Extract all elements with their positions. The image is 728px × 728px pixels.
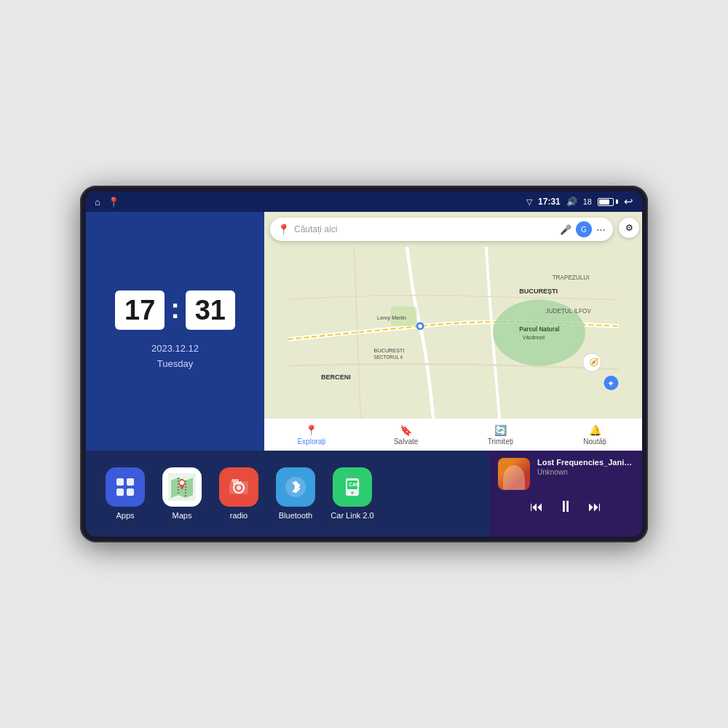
more-icon[interactable]: ⋯ (596, 224, 606, 235)
map-settings-btn[interactable]: ⚙ (619, 218, 639, 238)
battery-body (598, 198, 614, 206)
map-panel[interactable]: 📍 Căutați aici 🎤 G ⋯ (264, 212, 642, 451)
top-section: 17 : 31 2023.12.12 Tuesday 📍 Căutați aic… (86, 212, 642, 451)
user-avatar[interactable]: G (576, 221, 592, 237)
microphone-icon[interactable]: 🎤 (560, 224, 571, 235)
svg-text:BUCUREȘTI: BUCUREȘTI (374, 347, 405, 354)
send-icon: 🔄 (494, 424, 507, 436)
battery-indicator (598, 198, 618, 206)
status-bar: ⌂ 📍 ▽ 17:31 🔊 18 ↩ (86, 191, 642, 212)
signal-icon: ▽ (526, 197, 532, 207)
status-time: 17:31 (538, 197, 561, 207)
svg-text:FM: FM (233, 480, 242, 486)
svg-text:JUDEȚUL ILFOV: JUDEȚUL ILFOV (546, 308, 592, 314)
map-svg: Parcul Natural Văcărești BUCUREȘTI JUDEȚ… (264, 247, 642, 419)
map-nav-saved[interactable]: 🔖 Salvate (359, 424, 454, 446)
svg-rect-18 (116, 478, 124, 486)
radio-icon: FM (219, 467, 258, 507)
apps-svg (114, 476, 136, 498)
apps-label: Apps (116, 511, 134, 520)
news-label: Noutăți (583, 438, 606, 446)
music-player: Lost Frequencies_Janieck Devy-... Unknow… (489, 451, 642, 537)
volume-icon: 🔊 (566, 197, 577, 207)
app-item-apps[interactable]: Apps (100, 467, 150, 520)
prev-button[interactable]: ⏮ (530, 500, 543, 513)
app-item-carlink[interactable]: CAR Car Link 2.0 (328, 467, 377, 520)
saved-label: Salvate (394, 438, 418, 446)
carlink-icon: CAR (333, 467, 372, 507)
maps-svg (168, 473, 196, 501)
svg-rect-21 (127, 488, 134, 496)
music-artist: Unknown (537, 468, 633, 476)
svg-rect-20 (116, 488, 124, 496)
battery-fill (599, 199, 609, 205)
battery-tip (616, 199, 618, 204)
radio-svg: FM (227, 475, 250, 499)
maps-label: Maps (173, 511, 192, 520)
svg-text:🧭: 🧭 (589, 357, 599, 367)
status-left: ⌂ 📍 (95, 197, 119, 207)
app-item-maps[interactable]: Maps (157, 467, 207, 520)
map-bottom-nav: 📍 Explorați 🔖 Salvate 🔄 Trimiteți � (264, 419, 642, 451)
apps-icon (106, 467, 145, 507)
map-nav-send[interactable]: 🔄 Trimiteți (454, 424, 548, 446)
clock-date: 2023.12.12 Tuesday (151, 341, 199, 372)
bluetooth-svg (284, 475, 307, 499)
svg-text:BUCUREȘTI: BUCUREȘTI (519, 288, 558, 295)
svg-text:Leroy Merlin: Leroy Merlin (377, 314, 406, 321)
app-item-radio[interactable]: FM radio (214, 467, 264, 520)
clock-hours: 17 (115, 290, 165, 330)
clock-minutes: 31 (186, 290, 235, 330)
bottom-section: Apps Ma (86, 451, 642, 537)
bluetooth-icon (276, 467, 315, 507)
svg-point-13 (418, 324, 422, 328)
person-silhouette (503, 465, 525, 490)
music-album-art (498, 458, 530, 490)
svg-rect-19 (127, 478, 134, 486)
map-search-bar[interactable]: 📍 Căutați aici 🎤 G ⋯ (270, 218, 613, 241)
saved-icon: 🔖 (400, 424, 412, 436)
explore-icon: 📍 (305, 424, 317, 436)
music-controls: ⏮ ⏸ ⏭ (498, 499, 633, 515)
back-icon[interactable]: ↩ (624, 195, 633, 208)
news-icon: 🔔 (589, 424, 601, 436)
music-info: Lost Frequencies_Janieck Devy-... Unknow… (537, 458, 633, 476)
map-top-right-buttons: ⚙ (619, 218, 639, 238)
home-icon[interactable]: ⌂ (95, 197, 100, 207)
app-item-bluetooth[interactable]: Bluetooth (271, 467, 320, 520)
app-launcher: Apps Ma (86, 451, 489, 537)
clock-weekday: Tuesday (151, 357, 199, 372)
send-label: Trimiteți (488, 438, 513, 446)
maps-status-icon[interactable]: 📍 (108, 197, 119, 207)
clock-colon: : (170, 293, 180, 325)
next-button[interactable]: ⏭ (588, 500, 601, 513)
svg-text:TRAPEZULUI: TRAPEZULUI (553, 274, 590, 281)
carlink-label: Car Link 2.0 (331, 511, 373, 520)
map-search-placeholder[interactable]: Căutați aici (294, 224, 555, 234)
main-content: 17 : 31 2023.12.12 Tuesday 📍 Căutați aic… (86, 212, 642, 537)
map-nav-explore[interactable]: 📍 Explorați (264, 424, 359, 446)
svg-text:Parcul Natural: Parcul Natural (519, 326, 559, 333)
clock-panel: 17 : 31 2023.12.12 Tuesday (86, 212, 264, 451)
map-area: Parcul Natural Văcărești BUCUREȘTI JUDEȚ… (264, 247, 642, 419)
svg-text:✦: ✦ (607, 379, 614, 389)
clock-date-value: 2023.12.12 (151, 341, 199, 357)
svg-point-32 (351, 491, 354, 494)
map-nav-news[interactable]: 🔔 Noutăți (547, 424, 642, 446)
svg-text:BERCENI: BERCENI (321, 373, 351, 381)
play-pause-button[interactable]: ⏸ (558, 499, 574, 515)
svg-point-23 (180, 480, 184, 485)
svg-text:CAR: CAR (349, 482, 360, 487)
explore-label: Explorați (297, 438, 325, 446)
maps-icon (162, 467, 202, 507)
screen: ⌂ 📍 ▽ 17:31 🔊 18 ↩ (86, 191, 642, 537)
car-headunit-device: ⌂ 📍 ▽ 17:31 🔊 18 ↩ (80, 186, 648, 542)
svg-text:SECTORUL 4: SECTORUL 4 (374, 355, 403, 360)
radio-label: radio (230, 511, 248, 520)
carlink-svg: CAR (341, 475, 364, 499)
music-top: Lost Frequencies_Janieck Devy-... Unknow… (498, 458, 633, 490)
music-title: Lost Frequencies_Janieck Devy-... (537, 458, 633, 467)
battery-level: 18 (583, 197, 592, 206)
map-pin-icon: 📍 (277, 223, 290, 235)
bluetooth-label: Bluetooth (279, 511, 312, 520)
